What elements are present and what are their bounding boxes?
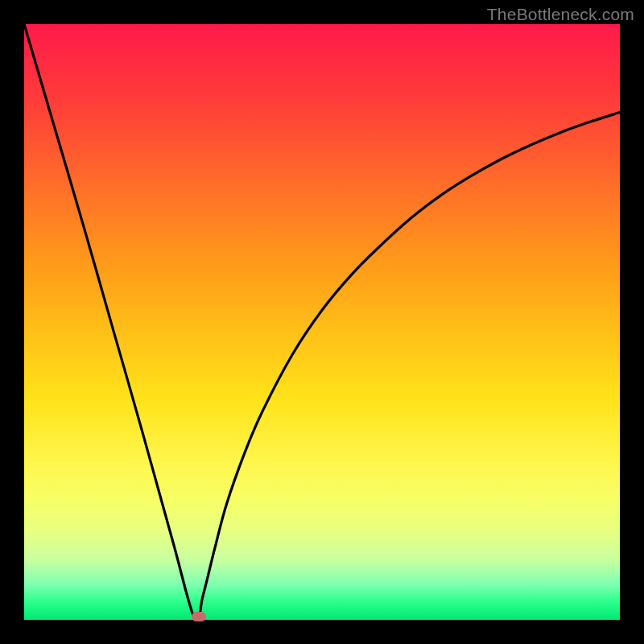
bottleneck-curve <box>24 24 620 620</box>
plot-area <box>24 24 620 620</box>
watermark-text: TheBottleneck.com <box>487 5 634 24</box>
optimum-marker <box>192 612 206 621</box>
chart-frame: TheBottleneck.com <box>0 0 644 644</box>
